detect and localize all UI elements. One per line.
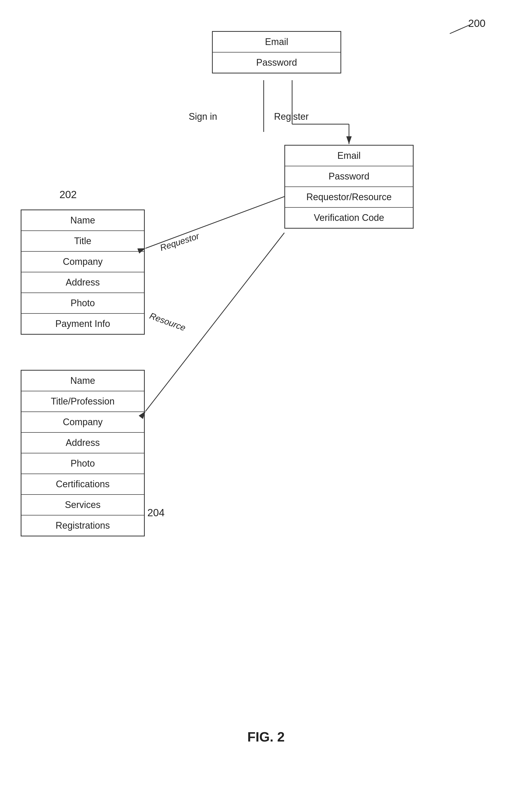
- req-name-row: Name: [21, 210, 144, 231]
- res-address-row: Address: [21, 433, 144, 454]
- figure-label: FIG. 2: [247, 729, 285, 745]
- resource-arrow-label: Resource: [148, 310, 187, 333]
- svg-line-9: [450, 25, 470, 33]
- res-registrations-row: Registrations: [21, 515, 144, 536]
- top-login-box: Email Password: [212, 31, 341, 73]
- top-password-row: Password: [213, 52, 340, 73]
- reg-verification-row: Verification Code: [285, 208, 413, 228]
- ref-204: 204: [147, 507, 165, 518]
- ref-202: 202: [59, 189, 77, 201]
- requestor-box: Name Title Company Address Photo Payment…: [21, 209, 145, 335]
- reg-email-row: Email: [285, 146, 413, 166]
- svg-line-7: [146, 196, 284, 248]
- req-title-row: Title: [21, 231, 144, 252]
- res-photo-row: Photo: [21, 454, 144, 474]
- top-email-row: Email: [213, 32, 340, 52]
- register-label: Register: [274, 111, 309, 122]
- res-services-row: Services: [21, 495, 144, 515]
- reg-requestor-resource-row: Requestor/Resource: [285, 187, 413, 208]
- req-company-row: Company: [21, 252, 144, 272]
- diagram-container: 200 Email Password Sign in Register Emai…: [0, 0, 532, 786]
- req-payment-row: Payment Info: [21, 314, 144, 334]
- sign-in-label: Sign in: [189, 111, 217, 122]
- res-name-row: Name: [21, 371, 144, 391]
- res-title-row: Title/Profession: [21, 391, 144, 412]
- reg-password-row: Password: [285, 166, 413, 187]
- ref-200: 200: [468, 18, 485, 29]
- register-box: Email Password Requestor/Resource Verifi…: [284, 145, 414, 229]
- res-certifications-row: Certifications: [21, 474, 144, 495]
- resource-box: Name Title/Profession Company Address Ph…: [21, 370, 145, 536]
- req-address-row: Address: [21, 272, 144, 293]
- req-photo-row: Photo: [21, 293, 144, 314]
- res-company-row: Company: [21, 412, 144, 433]
- requestor-arrow-label: Requestor: [159, 231, 200, 253]
